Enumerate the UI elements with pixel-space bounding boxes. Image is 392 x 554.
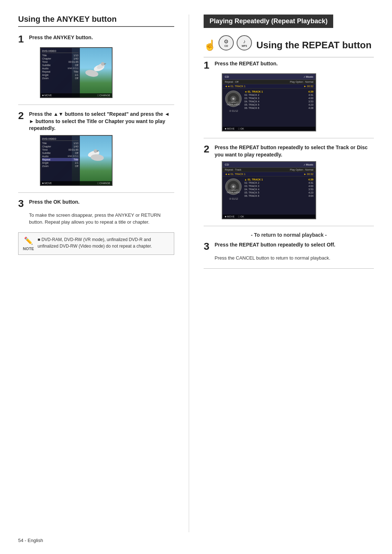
cd-track-time-1-5: 4:23 (309, 103, 314, 106)
cd-now-playing-1: ◄◄ 01. TRACK 1 ► 00:32 (222, 84, 315, 89)
divider-2 (18, 192, 174, 193)
dvd-menu-row-chapter-1: Chapter1/40 (42, 57, 78, 60)
dvd-menu-row-angle-2: Angle1/1 (42, 161, 78, 164)
cd-track-name-1-1: ◄ 01. TRACK 1 (244, 90, 263, 93)
cd-track-name-2-5: 05. TRACK 5 (244, 191, 259, 194)
dvd-footer-move-1: ■ MOVE (42, 94, 52, 97)
step-3-repeat: 3 Press the REPEAT button repeatedly to … (204, 241, 374, 262)
repeat-icon-area: ☝ ⊙ CD ♪ MP3 (204, 35, 252, 55)
cd-track-name-1-4: 04. TRACK 4 (244, 100, 259, 103)
cd-track-time-1-6: 4:28 (309, 107, 314, 109)
cd-play-option-1: Play Option : Normal (290, 81, 314, 83)
dvd-menu-row-repeat-2-hl: RepeatTitle (42, 158, 78, 161)
svg-text:DIGITAL AUDIO: DIGITAL AUDIO (227, 103, 240, 106)
cd-track-row-1-5: 05. TRACK 5 4:23 (244, 103, 313, 106)
cd-track-row-1-1: ◄ 01. TRACK 1 4:39 (244, 90, 313, 93)
cd-track-row-1-6: 06. TRACK 6 4:28 (244, 106, 313, 110)
cd-track-row-2-3: 03. TRACK 3 4:00 (244, 184, 313, 188)
cd-subheader-1: Repeat : Off Play Option : Normal (222, 80, 315, 84)
cd-tracklist-1: ◄ 01. TRACK 1 4:39 02. TRACK 2 4:31 03. … (244, 90, 313, 113)
cd-footer-1: ■ MOVE □ OK (222, 127, 315, 131)
page-number: 54 - English (18, 538, 43, 543)
cd-label: CD (224, 45, 228, 47)
dvd-footer-change-1: □ CHANGE (97, 94, 110, 97)
page-num-dash: - (25, 538, 28, 543)
cd-time-2: ► 00:32 (304, 173, 313, 175)
dvd-footer-change-2: □ CHANGE (97, 182, 110, 184)
cd-track-name-1-3: 03. TRACK 3 (244, 97, 259, 99)
page-container: Using the ANYKEY button 1 Press the ANYK… (0, 0, 392, 554)
cd-track-row-2-6: 06. TRACK 6 4:04 (244, 194, 313, 197)
cd-track-time-1-1: 4:39 (308, 90, 313, 93)
cd-disc-num-2: ② 01/12 (229, 197, 238, 200)
cd-track-row-1-3: 03. TRACK 3 4:00 (244, 97, 313, 100)
cd-track-time-2-5: 4:23 (309, 191, 314, 194)
cd-track-name-2-1: ▲ 01. TRACK 1 (244, 178, 263, 181)
cd-body-1: COMPACT DIGITAL AUDIO ② 01/12 ◄ 01. TRAC… (222, 89, 315, 114)
step-2-text: Press the ▲▼ buttons to select "Repeat" … (29, 111, 174, 132)
dvd-menu-overlay-2: DVD-VIDEO Title1/10 Chapter1/40 Time00:0… (41, 136, 80, 185)
mp3-button-icon: ♪ MP3 (237, 35, 252, 50)
dvd-menu-header-2: DVD-VIDEO (42, 137, 78, 141)
step-1-repeat-header: 1 Press the REPEAT button. (204, 60, 374, 70)
cd-footer-move-2: ■ MOVE (225, 215, 234, 218)
step-3-desc: To make the screen disappear, press the … (29, 212, 174, 226)
step-1-repeat-text: Press the REPEAT button. (215, 60, 278, 68)
dvd-menu-row-time-1: Time00:01:45 (42, 60, 78, 64)
step-2-header: 2 Press the ▲▼ buttons to select "Repeat… (18, 111, 174, 132)
step-3-repeat-desc: Press the CANCEL button to return to nor… (215, 254, 374, 262)
note-text: ■ DVD-RAM, DVD-RW (VR mode), unfinalized… (38, 236, 170, 249)
step-2-repeat-number: 2 (204, 144, 211, 154)
cd-symbol: ⊙ (224, 38, 228, 44)
step-1-repeat: 1 Press the REPEAT button. CD ♪ Music Re… (204, 60, 374, 131)
cd-screen-header-2: CD ♪ Music (222, 162, 315, 168)
step-1-text: Press the ANYKEY button. (29, 34, 93, 41)
dvd-menu-header-1: DVD-VIDEO (42, 49, 78, 53)
step-1-anykey: 1 Press the ANYKEY button. (18, 34, 174, 98)
cd-track-name-2-2: 02. TRACK 2 (244, 182, 259, 184)
cd-track-time-2-1: 4:39 (308, 178, 313, 181)
cd-header-left-1: CD (225, 75, 229, 78)
step-1-header: 1 Press the ANYKEY button. (18, 34, 174, 44)
note-box: ✏️ NOTE ■ DVD-RAM, DVD-RW (VR mode), unf… (18, 232, 174, 255)
cd-footer-2: ■ MOVE □ OK (222, 215, 315, 219)
divider-right-1 (204, 138, 374, 138)
cd-track-row-2-5: 05. TRACK 5 4:23 (244, 191, 313, 194)
step-3-header: 3 Press the OK button. (18, 199, 174, 209)
cd-body-2: COMPACT DIGITAL AUDIO ② 01/12 ▲ 01. TRAC… (222, 176, 315, 202)
cd-track-name-2-3: 03. TRACK 3 (244, 185, 259, 187)
step-3-repeat-number: 3 (204, 241, 211, 252)
disc-svg-1: COMPACT DIGITAL AUDIO (225, 90, 242, 107)
dvd-screen-inner-2: DVD-VIDEO Title1/10 Chapter1/40 Time00:0… (41, 136, 112, 185)
cd-repeat-status-2: Repeat : Track (225, 168, 241, 171)
dvd-menu-row-subtitle-2: SubtitleOff (42, 151, 78, 155)
note-pencil-icon: ✏️ (24, 236, 33, 245)
svg-point-18 (232, 186, 234, 188)
section-title-anykey: Using the ANYKEY button (18, 15, 174, 27)
repeat-buttons: ⊙ CD ♪ MP3 (219, 35, 252, 50)
cd-track-time-2-2: 4:31 (309, 182, 314, 184)
mp3-label: MP3 (242, 45, 247, 47)
cd-track-time-1-2: 4:31 (309, 94, 314, 96)
step-2-number: 2 (18, 111, 25, 121)
cd-button-icon: ⊙ CD (219, 35, 234, 50)
note-content: DVD-RAM, DVD-RW (VR mode), unfinalized D… (38, 237, 152, 249)
step-3-repeat-header: 3 Press the REPEAT button repeatedly to … (204, 241, 374, 252)
step-3-anykey: 3 Press the OK button. To make the scree… (18, 199, 174, 226)
cd-track-time-2-3: 4:00 (309, 185, 314, 187)
dvd-menu-row-zoom-2: ZoomOff (42, 164, 78, 168)
dvd-footer-2: ■ MOVE □ CHANGE (41, 181, 112, 185)
cd-tracklist-2: ▲ 01. TRACK 1 4:39 02. TRACK 2 4:31 03. … (244, 178, 313, 200)
step-2-repeat: 2 Press the REPEAT button repeatedly to … (204, 144, 374, 219)
cd-footer-ok-1: □ OK (238, 127, 244, 130)
cd-track-row-2-1: ▲ 01. TRACK 1 4:39 (244, 178, 313, 181)
cd-track-name-1-5: 05. TRACK 5 (244, 103, 259, 106)
cd-track-row-2-2: 02. TRACK 2 4:31 (244, 181, 313, 184)
cd-track-name-2-6: 06. TRACK 6 (244, 195, 259, 197)
cd-header-left-2: CD (225, 163, 229, 166)
cd-track-playing-1: ◄◄ 01. TRACK 1 (225, 85, 245, 87)
note-bullet: ■ (38, 237, 42, 242)
step-3-number: 3 (18, 199, 25, 209)
cd-screen-header-1: CD ♪ Music (222, 74, 315, 80)
dvd-footer-1: ■ MOVE □ CHANGE (41, 93, 112, 97)
